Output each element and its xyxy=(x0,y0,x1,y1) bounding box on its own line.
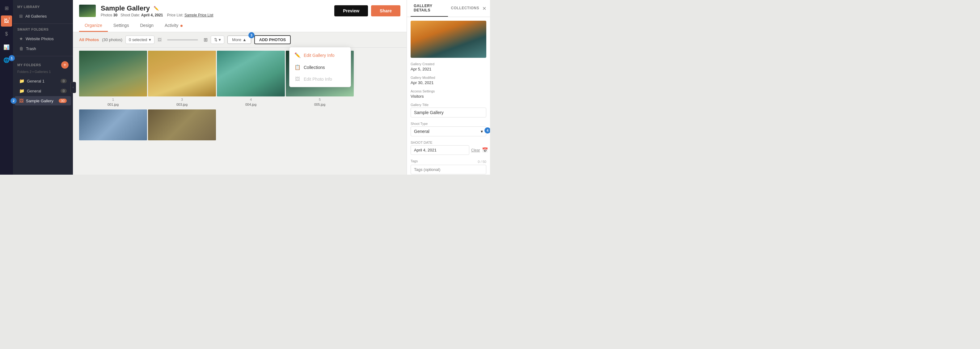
folder-label-1: General 1 xyxy=(27,79,45,83)
gallery-tabs: Organize Settings Design Activity xyxy=(79,19,400,32)
photo-thumb-2 xyxy=(148,51,216,96)
sidebar-item-website-photos[interactable]: ★ Website Photos xyxy=(15,34,71,43)
photo-item-1[interactable]: 1 001.jpg xyxy=(79,51,147,106)
sidebar-item-all-galleries[interactable]: ⊞ All Galleries xyxy=(15,11,71,21)
tab-organize[interactable]: Organize xyxy=(79,19,108,32)
select-chevron: ▾ xyxy=(149,37,151,42)
photo-name-1: 001.jpg xyxy=(108,103,119,106)
thumbnail-slider[interactable] xyxy=(167,39,198,40)
dropdown-collections[interactable]: 📋 Collections xyxy=(290,61,351,73)
annotation-circle-1: 1 xyxy=(9,55,15,61)
select-dropdown[interactable]: 0 selected ▾ xyxy=(126,35,154,44)
sample-gallery-label: Sample Gallery xyxy=(26,99,53,103)
gallery-nav[interactable]: 🖼 1 xyxy=(1,16,12,27)
photo-name-2: 003.jpg xyxy=(177,103,188,106)
gallery-meta: Photos 30 Shoot Date: April 4, 2021 Pric… xyxy=(101,13,213,17)
photo-item-6[interactable] xyxy=(148,110,216,140)
gallery-thumb-img xyxy=(79,5,96,17)
sidebar-collapse-button[interactable]: ‹ xyxy=(70,82,76,93)
all-galleries-label: All Galleries xyxy=(25,14,47,19)
photo-thumb-1 xyxy=(79,51,147,96)
photo-item-3[interactable]: 4 004.jpg xyxy=(217,51,285,106)
folder-count-2: 0 xyxy=(60,89,67,93)
photo-thumb-3 xyxy=(217,51,285,96)
tags-input[interactable] xyxy=(410,165,486,174)
shoot-date-panel-label: SHOOT DATE xyxy=(410,141,486,144)
chart-nav[interactable]: 📊 xyxy=(1,41,12,53)
shoot-type-label: Shoot Type xyxy=(410,122,486,126)
dashboard-nav[interactable]: ⊞ xyxy=(1,2,12,14)
edit-gallery-icon: ✏️ xyxy=(294,52,301,58)
divider-1 xyxy=(13,24,73,24)
gallery-created-value: Apr 5, 2021 xyxy=(410,67,486,72)
tags-count: 0 / 50 xyxy=(478,160,486,164)
shoot-type-select[interactable]: General ▾ xyxy=(410,126,486,136)
dollar-nav[interactable]: $ xyxy=(1,29,12,40)
panel-tab-gallery-details[interactable]: GALLERY DETAILS xyxy=(410,0,448,17)
annotation-circle-3: 3 xyxy=(248,32,255,38)
photos-count: 30 xyxy=(113,13,118,17)
collections-icon: 📋 xyxy=(294,64,301,70)
folders-header: MY FOLDERS + xyxy=(13,59,73,70)
tab-settings-label: Settings xyxy=(113,23,129,28)
tab-activity[interactable]: Activity xyxy=(159,19,188,32)
calendar-icon[interactable]: 📅 xyxy=(482,147,488,153)
sidebar-item-sample-gallery[interactable]: 🖼 Sample Gallery 30 2 xyxy=(15,96,71,105)
photo-num-2: 3 xyxy=(181,98,183,101)
tab-design[interactable]: Design xyxy=(134,19,159,32)
shoot-date-input[interactable] xyxy=(410,145,469,155)
main-content: Sample Gallery ✏️ Photos 30 Shoot Date: … xyxy=(73,0,407,175)
website-photos-label: Website Photos xyxy=(25,37,54,41)
gallery-folder-icon: 🖼 xyxy=(19,98,24,103)
edit-title-icon[interactable]: ✏️ xyxy=(154,6,159,11)
tab-settings[interactable]: Settings xyxy=(108,19,135,32)
tab-organize-label: Organize xyxy=(85,23,102,28)
gallery-title: Sample Gallery xyxy=(101,4,150,12)
folder-count-1: 0 xyxy=(60,79,67,83)
photo-item-2[interactable]: 3 003.jpg xyxy=(148,51,216,106)
panel-tab-collections[interactable]: COLLECTIONS xyxy=(448,2,483,14)
photo-name-3: 004.jpg xyxy=(245,103,256,106)
photo-item-5[interactable] xyxy=(79,110,147,140)
photo-name-4: 005.jpg xyxy=(314,103,325,106)
gallery-created-label: Gallery Created xyxy=(410,62,486,66)
add-folder-button[interactable]: + xyxy=(61,61,68,69)
divider-2 xyxy=(13,56,73,56)
edit-gallery-label: Edit Gallery Info xyxy=(304,53,335,58)
preview-button[interactable]: Preview xyxy=(334,5,368,16)
collections-label: Collections xyxy=(304,65,325,70)
gallery-badge: 1 xyxy=(7,16,11,21)
view-icon[interactable]: ⊞ xyxy=(204,37,208,43)
gallery-title-input[interactable] xyxy=(410,108,486,118)
annotation-circle-4: 4 xyxy=(484,127,490,134)
folder-icon-1: 📁 xyxy=(19,78,24,83)
share-button[interactable]: Share xyxy=(371,5,400,16)
photos-label: Photos xyxy=(101,13,112,17)
sidebar-item-general[interactable]: 📁 General 0 xyxy=(15,86,71,96)
folder-label-2: General xyxy=(27,89,41,93)
clear-date-button[interactable]: Clear xyxy=(471,148,480,152)
gallery-title-row: Sample Gallery ✏️ Photos 30 Shoot Date: … xyxy=(79,4,400,17)
photo-num-4: 5 xyxy=(319,98,321,101)
sort-button[interactable]: ⇅ ▾ xyxy=(211,35,224,44)
tags-label: Tags xyxy=(410,159,418,163)
add-photos-button[interactable]: ADD PHOTOS xyxy=(254,35,291,44)
photo-num-1: 1 xyxy=(112,98,114,101)
panel-close-button[interactable]: ✕ xyxy=(482,6,486,11)
more-button[interactable]: More ▲ 3 xyxy=(228,35,251,44)
star-icon: ★ xyxy=(19,36,23,41)
sidebar-item-trash[interactable]: 🗑 Trash xyxy=(15,44,71,53)
all-photos-label: All Photos xyxy=(79,37,99,42)
shoot-type-value: General xyxy=(414,129,430,134)
more-chevron: ▲ xyxy=(243,37,247,42)
panel-gallery-thumbnail xyxy=(410,21,486,58)
sidebar-item-general1[interactable]: 📁 General 1 0 xyxy=(15,76,71,86)
shoot-type-chevron: ▾ xyxy=(481,129,483,134)
shoot-date: April 4, 2021 xyxy=(141,13,163,17)
gallery-modified-label: Gallery Modified xyxy=(410,76,486,80)
dropdown-edit-gallery-info[interactable]: ✏️ Edit Gallery Info xyxy=(290,49,351,61)
price-list-link[interactable]: Sample Price List xyxy=(185,13,213,17)
shoot-date-label: Shoot Date: xyxy=(121,13,140,17)
trash-icon: 🗑 xyxy=(19,46,24,51)
photo-num-3: 4 xyxy=(250,98,252,101)
